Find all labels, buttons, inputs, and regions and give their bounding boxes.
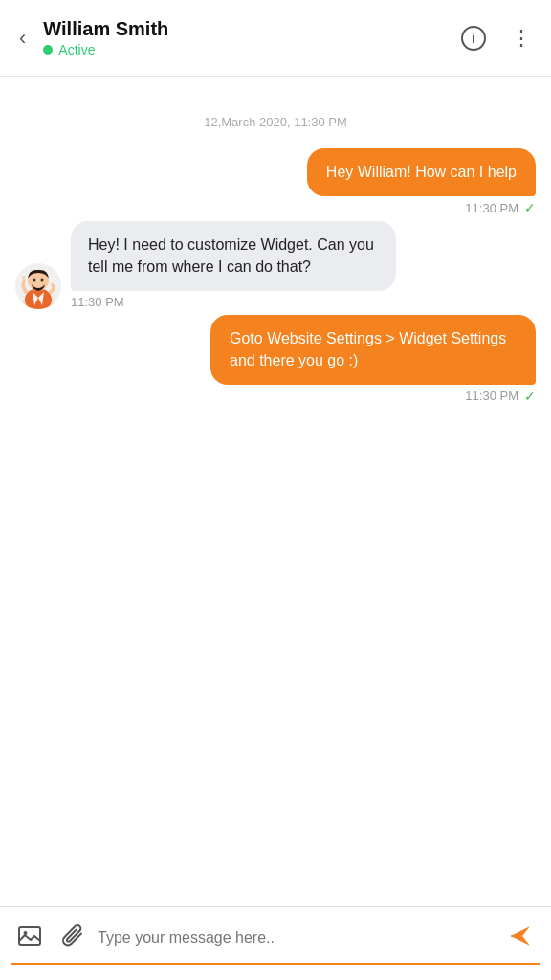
message-meta: 11:30 PM — [71, 295, 124, 309]
outgoing-message-1: Hey William! How can I help 11:30 PM ✓ — [15, 148, 536, 215]
message-text: Hey! I need to customize Widget. Can you… — [88, 236, 374, 274]
avatar — [15, 263, 61, 309]
svg-point-3 — [33, 279, 36, 282]
send-button[interactable] — [501, 919, 540, 957]
read-checkmark-icon: ✓ — [524, 200, 536, 215]
image-button[interactable] — [11, 920, 48, 956]
info-icon: i — [461, 26, 486, 51]
info-button[interactable]: i — [457, 22, 490, 55]
image-icon — [17, 924, 42, 948]
message-bubble: Hey! I need to customize Widget. Can you… — [71, 221, 396, 291]
contact-name: William Smith — [43, 18, 457, 40]
attach-button[interactable] — [55, 920, 90, 956]
send-icon — [507, 923, 534, 949]
message-text: Goto Website Settings > Widget Settings … — [230, 330, 506, 368]
attach-icon — [61, 924, 84, 948]
incoming-message-content: Hey! I need to customize Widget. Can you… — [71, 221, 396, 309]
avatar-illustration — [15, 263, 61, 309]
message-meta: 11:30 PM ✓ — [465, 389, 536, 404]
incoming-message-1: Hey! I need to customize Widget. Can you… — [15, 221, 536, 309]
svg-point-4 — [41, 279, 44, 282]
chat-footer — [0, 906, 551, 980]
message-meta: 11:30 PM ✓ — [465, 200, 536, 215]
more-options-button[interactable]: ⋮ — [507, 24, 536, 53]
message-time: 11:30 PM — [465, 201, 518, 215]
read-checkmark-icon: ✓ — [524, 389, 536, 404]
chat-header: ‹ William Smith Active i ⋮ — [0, 0, 551, 77]
contact-status: Active — [43, 42, 457, 57]
timestamp-divider: 12,March 2020, 11:30 PM — [15, 115, 536, 129]
svg-rect-5 — [19, 927, 40, 945]
message-text: Hey William! How can I help — [326, 164, 517, 180]
outgoing-message-2: Goto Website Settings > Widget Settings … — [15, 315, 536, 404]
message-time: 11:30 PM — [71, 295, 124, 309]
message-bubble: Hey William! How can I help — [307, 148, 536, 196]
message-bubble: Goto Website Settings > Widget Settings … — [210, 315, 536, 385]
message-input[interactable] — [98, 925, 494, 950]
chat-body: 12,March 2020, 11:30 PM Hey William! How… — [0, 77, 551, 906]
message-time: 11:30 PM — [465, 389, 518, 403]
input-row — [11, 919, 540, 957]
svg-point-1 — [25, 288, 52, 309]
status-dot-icon — [43, 45, 53, 55]
more-icon: ⋮ — [511, 26, 532, 50]
status-label: Active — [58, 42, 95, 57]
input-underline — [11, 963, 540, 965]
header-actions: i ⋮ — [457, 22, 536, 55]
contact-info: William Smith Active — [43, 18, 457, 57]
back-button[interactable]: ‹ — [15, 24, 30, 53]
